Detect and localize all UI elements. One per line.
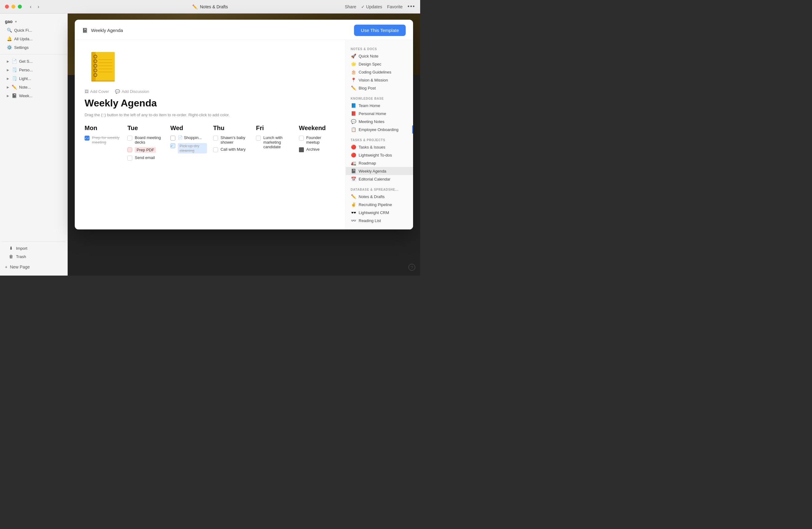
share-button[interactable]: Share (345, 4, 356, 9)
ms-item-coding-guidelines[interactable]: 🎂 Coding Guidelines (346, 68, 413, 76)
footer-divider (2, 241, 66, 242)
checkmark-icon: ✓ (361, 4, 365, 9)
minimize-button[interactable] (11, 5, 15, 9)
modal-title-icon: 📓 (82, 28, 88, 33)
use-template-button[interactable]: Use This Template (354, 25, 406, 36)
todo-item: Shawn's baby shower (213, 135, 250, 145)
ms-item-editorial-calendar[interactable]: 📅 Editorial Calendar (346, 175, 413, 183)
victory-icon: ✌️ (351, 202, 356, 207)
ms-item-reading-list[interactable]: 👓 Reading List (346, 217, 413, 224)
sidebar-item-quick-find[interactable]: 🔍 Quick Fi... (2, 26, 66, 34)
ms-item-team-home[interactable]: 📘 Team Home (346, 102, 413, 109)
maximize-button[interactable] (18, 5, 22, 9)
day-header-tue: Tue (127, 124, 164, 132)
nav-buttons: ‹ › (28, 3, 41, 10)
ms-item-meeting-notes[interactable]: 💬 Meeting Notes (346, 117, 413, 126)
sidebar-item-trash[interactable]: 🗑 Trash (4, 252, 64, 261)
ms-item-blog-post[interactable]: ✏️ Blog Post (346, 84, 413, 92)
todo-checkbox[interactable] (213, 147, 218, 152)
ms-item-weekly-agenda[interactable]: 📓 Weekly Agenda (346, 167, 413, 175)
todo-item: Lunch with marketing candidate (256, 135, 292, 149)
cake-icon: 🎂 (351, 70, 356, 74)
ms-section-tasks: TASKS & PROJECTS 🔴 Tasks & Issues 🔴 Ligh… (346, 136, 413, 183)
add-discussion-button[interactable]: 💬 Add Discussion (115, 89, 149, 94)
ms-item-notes-drafts[interactable]: ✏️ Notes & Drafts (346, 192, 413, 201)
todo-item: Prep PDF (127, 147, 164, 153)
app-name: Notes & Drafts (200, 4, 228, 9)
ms-item-roadmap[interactable]: 🚛 Roadmap (346, 159, 413, 167)
todo-checkbox[interactable] (213, 136, 218, 141)
todo-text: Founder meetup (306, 135, 336, 145)
modal-body: 🖼 Add Cover 💬 Add Discussion Weekly Agen… (75, 40, 413, 230)
updates-button[interactable]: ✓ Updates (361, 4, 382, 9)
sidebar-item-get-started[interactable]: ▶ 📄 Get S... (2, 57, 66, 65)
todo-checkbox[interactable] (299, 147, 304, 152)
checkmark-icon: ✓ (170, 144, 173, 148)
todo-checkbox[interactable] (170, 136, 175, 141)
ms-item-tasks-issues[interactable]: 🔴 Tasks & Issues (346, 143, 413, 151)
todo-checkbox[interactable]: ✓ (85, 136, 89, 141)
sidebar: gao ▾ 🔍 Quick Fi... 🔔 All Upda... ⚙️ Set… (0, 14, 68, 276)
sidebar-user[interactable]: gao ▾ (0, 17, 67, 26)
todo-text: Call with Mary (220, 147, 246, 152)
ms-item-recruiting[interactable]: ✌️ Recruiting Pipeline (346, 201, 413, 208)
sidebar-item-import[interactable]: ⬇ Import (4, 244, 64, 252)
todo-item: Archive (299, 147, 336, 152)
new-page-button[interactable]: + New Page (0, 262, 67, 272)
note-icon: 🗒️ (12, 67, 17, 72)
sidebar-item-notes[interactable]: ▶ ✏️ Note... (2, 83, 66, 91)
chat-icon: 💬 (351, 119, 356, 124)
sidebar-item-updates[interactable]: 🔔 All Upda... (2, 35, 66, 43)
back-button[interactable]: ‹ (28, 3, 33, 10)
todo-checkbox[interactable] (127, 147, 132, 152)
comment-icon: 💬 (115, 89, 120, 94)
title-actions: Share ✓ Updates Favorite ••• (345, 3, 415, 10)
todo-checkbox[interactable] (127, 136, 132, 141)
day-header-mon: Mon (85, 124, 121, 132)
todo-text: Pick up dry cleaning (178, 143, 207, 153)
book-illustration (88, 50, 118, 84)
title-bar: ‹ › ✏️ Notes & Drafts Share ✓ Updates Fa… (0, 0, 420, 14)
ms-item-employee-onboarding[interactable]: 📋 Employee Onboarding (346, 126, 413, 133)
ms-item-vision-mission[interactable]: 📍 Vision & Mission (346, 76, 413, 84)
arrow-icon: ▶ (7, 94, 9, 98)
sidebar-item-personal[interactable]: ▶ 🗒️ Perso... (2, 66, 66, 74)
sidebar-item-lighter[interactable]: ▶ 🗒️ Light... (2, 74, 66, 83)
close-button[interactable] (5, 5, 9, 9)
glasses-icon: 👓 (351, 218, 356, 223)
window-title: ✏️ Notes & Drafts (192, 4, 228, 9)
add-cover-button[interactable]: 🖼 Add Cover (85, 89, 109, 94)
todo-checkbox[interactable] (127, 156, 132, 161)
day-header-fri: Fri (256, 124, 292, 132)
pencil2-icon: ✏️ (351, 194, 356, 199)
day-thu: Thu Shawn's baby shower Call with Mary (213, 124, 250, 163)
todo-text: Prep for weekly meeting (92, 135, 121, 145)
ms-section-database: DATABASE & SPREADSHE... ✏️ Notes & Draft… (346, 186, 413, 224)
sidebar-item-settings[interactable]: ⚙️ Settings (2, 43, 66, 52)
red-circle2-icon: 🔴 (351, 152, 356, 158)
favorite-button[interactable]: Favorite (387, 4, 403, 9)
rocket-icon: 🚀 (351, 54, 356, 58)
arrow-icon: ▶ (7, 60, 9, 63)
forward-button[interactable]: › (36, 3, 41, 10)
more-button[interactable]: ••• (408, 3, 415, 10)
ms-item-lightweight-todos[interactable]: 🔴 Lightweight To-dos (346, 151, 413, 159)
sidebar-item-weekly[interactable]: ▶ 📓 Week... (2, 92, 66, 100)
ms-item-personal-home[interactable]: 📕 Personal Home (346, 109, 413, 117)
todo-checkbox[interactable]: ✓ (170, 143, 175, 148)
todo-checkbox[interactable] (299, 136, 304, 141)
todo-text: Send email (135, 155, 155, 160)
template-modal: 📓 Weekly Agenda Use This Template (75, 20, 413, 230)
ms-item-design-spec[interactable]: 🌟 Design Spec (346, 60, 413, 68)
agenda-grid: Mon ✓ Prep for weekly meeting Tue (85, 124, 336, 163)
section-header-notes: NOTES & DOCS (346, 45, 413, 52)
user-name: gao (5, 19, 13, 24)
ms-item-crm[interactable]: 🕶️ Lightweight CRM (346, 208, 413, 217)
book-icon: 📓 (12, 93, 17, 98)
ms-item-quick-note[interactable]: 🚀 Quick Note (346, 52, 413, 60)
todo-checkbox[interactable] (256, 136, 261, 141)
sidebar-footer: ⬇ Import 🗑 Trash (0, 239, 67, 261)
image-icon: 🖼 (85, 89, 89, 94)
day-wed: Wed 📄 Shoppin... (170, 124, 207, 163)
page-description: Drag the (::) button to the left of any … (85, 113, 336, 117)
